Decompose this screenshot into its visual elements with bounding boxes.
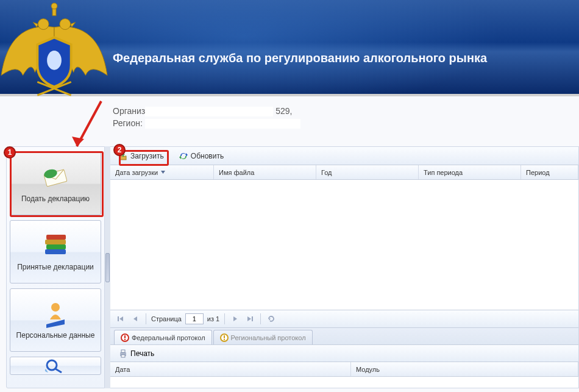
- annotation-badge-2: 2: [113, 144, 126, 156]
- refresh-button[interactable]: Обновить: [174, 149, 228, 163]
- print-button[interactable]: Печать: [114, 346, 158, 361]
- svg-marker-19: [161, 171, 165, 174]
- warning-icon: [220, 333, 229, 342]
- svg-rect-25: [252, 316, 253, 321]
- page-title: Федеральная служба по регулированию алко…: [113, 51, 487, 65]
- svg-rect-29: [124, 339, 126, 340]
- sidebar-item-accepted-declarations[interactable]: Принятые декларации: [10, 220, 101, 283]
- upload-label: Загрузить: [130, 152, 164, 160]
- lower-toolbar: Печать: [110, 345, 578, 362]
- svg-rect-11: [45, 249, 66, 254]
- refresh-label: Обновить: [191, 152, 224, 160]
- protocol-grid-header: Дата Модуль: [110, 362, 578, 377]
- col-year[interactable]: Год: [316, 165, 419, 179]
- grid-body: [110, 180, 578, 310]
- annotation-arrow: [66, 99, 108, 157]
- svg-point-0: [38, 19, 49, 30]
- printer-icon: [118, 349, 128, 358]
- sidebar-item-label: Принятые декларации: [17, 263, 94, 271]
- region-masked: [145, 119, 300, 129]
- sort-desc-icon: [160, 169, 166, 176]
- svg-point-15: [51, 303, 60, 312]
- pager: Страница из 1: [110, 310, 578, 328]
- envelope-icon: [40, 164, 71, 192]
- svg-rect-35: [121, 355, 125, 357]
- col-date-loaded[interactable]: Дата загрузки: [110, 165, 214, 179]
- svg-rect-28: [124, 335, 126, 338]
- sidebar-item-submit-declaration[interactable]: Подать декларацию: [10, 152, 101, 215]
- header-banner: Федеральная служба по регулированию алко…: [0, 0, 579, 96]
- magnifier-icon: [42, 358, 69, 374]
- state-emblem-icon: [0, 0, 108, 109]
- page-prev-button[interactable]: [130, 313, 141, 324]
- svg-point-4: [47, 51, 62, 70]
- svg-point-3: [51, 3, 57, 9]
- page-input[interactable]: [185, 313, 204, 324]
- col-filename[interactable]: Имя файла: [214, 165, 316, 179]
- svg-rect-12: [46, 244, 66, 249]
- org-suffix: 529,: [275, 106, 292, 116]
- svg-rect-20: [118, 316, 119, 321]
- grid-header: Дата загрузки Имя файла Год Тип периода …: [110, 165, 578, 180]
- col-period[interactable]: Период: [521, 165, 578, 179]
- person-icon: [40, 301, 71, 329]
- sidebar-item-personal-data[interactable]: Персональные данные: [10, 288, 101, 352]
- refresh-icon: [179, 151, 188, 161]
- sidebar-item-search[interactable]: [10, 357, 101, 375]
- sidebar-item-label: Подать декларацию: [21, 194, 90, 203]
- col-protocol-date[interactable]: Дата: [110, 362, 351, 376]
- svg-line-17: [55, 369, 62, 372]
- splitter[interactable]: [105, 146, 110, 388]
- svg-rect-34: [121, 350, 125, 352]
- page-label: Страница: [151, 315, 182, 323]
- col-period-type[interactable]: Тип периода: [419, 165, 521, 179]
- splitter-grip-icon: [105, 253, 110, 282]
- toolbar: Загрузить Обновить: [110, 147, 578, 165]
- org-info: Организ 529, Регион:: [113, 105, 300, 129]
- tab-federal-protocol[interactable]: Федеральный протокол: [114, 330, 212, 344]
- svg-rect-32: [224, 339, 225, 340]
- print-label: Печать: [130, 349, 154, 358]
- region-label: Регион:: [113, 118, 143, 128]
- books-icon: [40, 232, 71, 260]
- sidebar-item-label: Персональные данные: [16, 331, 95, 340]
- svg-rect-13: [45, 240, 66, 244]
- protocol-tabs: Федеральный протокол Региональный проток…: [110, 328, 578, 345]
- svg-marker-22: [133, 316, 137, 321]
- page-next-button[interactable]: [230, 313, 241, 324]
- org-masked: [145, 107, 273, 116]
- page-total: из 1: [207, 315, 219, 323]
- tab-regional-protocol[interactable]: Региональный протокол: [213, 330, 313, 344]
- svg-marker-24: [247, 316, 251, 321]
- svg-marker-23: [233, 316, 237, 321]
- page-refresh-button[interactable]: [266, 313, 277, 324]
- svg-point-1: [60, 19, 71, 30]
- svg-point-16: [47, 360, 57, 370]
- page-first-button[interactable]: [115, 313, 126, 324]
- org-label: Организ: [113, 106, 145, 116]
- svg-rect-14: [46, 235, 66, 240]
- svg-rect-31: [224, 335, 225, 338]
- annotation-badge-1: 1: [4, 146, 16, 159]
- content-panel: Загрузить Обновить Дата загрузки Имя фай…: [110, 146, 579, 388]
- page-last-button[interactable]: [244, 313, 255, 324]
- svg-marker-21: [119, 316, 123, 321]
- warning-icon: [121, 333, 129, 342]
- protocol-grid-body: [110, 377, 578, 388]
- sidebar: Подать декларацию Принятые декларации Пе…: [6, 146, 105, 388]
- col-protocol-module[interactable]: Модуль: [351, 362, 578, 376]
